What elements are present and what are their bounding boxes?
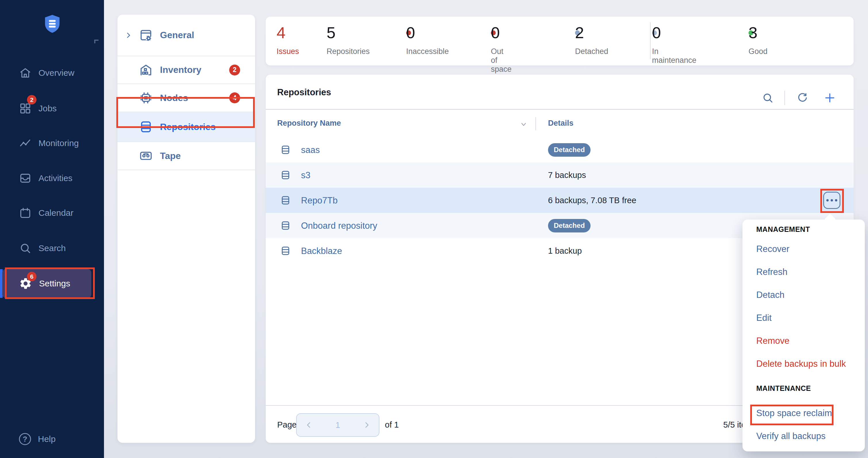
stat-value: 5 (327, 25, 370, 41)
settings-badge: 6 (27, 272, 36, 281)
stat-label: Repositories (327, 47, 370, 56)
table-row[interactable]: saas Detached (266, 137, 854, 162)
stat-value: 4 (277, 25, 299, 41)
stat-good: 3 Good (748, 17, 758, 65)
stat-inaccessible: 0 Inaccessible (406, 17, 416, 65)
table-search-icon[interactable] (762, 92, 774, 104)
stat-value: 2 (575, 25, 608, 41)
status-summary-card: 4 Issues 5 Repositories 0 Inaccessible 0… (266, 17, 854, 65)
sidebar-item-label: Activities (38, 173, 72, 183)
ellipsis-dot (831, 199, 833, 201)
sidebar-item-label: Search (38, 243, 66, 253)
menu-item-edit[interactable]: Edit (756, 313, 772, 325)
home-icon (19, 67, 32, 79)
sidebar-item-label: Help (38, 434, 56, 444)
sidebar-item-label: Monitoring (38, 138, 79, 148)
stat-label: In maintenance (652, 47, 696, 65)
row-actions-more-button[interactable] (823, 192, 840, 209)
repository-name-link[interactable]: Backblaze (301, 246, 342, 256)
app-window: Overview Jobs 2 Monitoring Activities (0, 0, 868, 458)
sidebar-item-settings[interactable]: 6 Settings (2, 269, 91, 298)
previous-page-icon[interactable] (305, 421, 313, 429)
current-page-value[interactable]: 1 (336, 420, 340, 430)
repository-name-link[interactable]: Onboard repository (301, 221, 377, 231)
menu-item-recover[interactable]: Recover (756, 244, 789, 257)
sidebar-item-calendar[interactable]: Calendar (0, 204, 104, 222)
page-label: Page (277, 420, 297, 430)
menu-item-refresh[interactable]: Refresh (756, 267, 787, 280)
sort-chevron-icon[interactable] (520, 121, 527, 128)
nav-item-label: General (160, 30, 194, 40)
ellipsis-dot (835, 199, 837, 201)
repository-stack-icon (280, 144, 291, 155)
sidebar-item-monitoring[interactable]: Monitoring (0, 134, 104, 152)
stat-value: 0 (406, 25, 449, 41)
column-header-details[interactable]: Details (548, 119, 574, 128)
pagination-control: 1 (296, 413, 379, 437)
sidebar-item-overview[interactable]: Overview (0, 64, 104, 82)
sidebar-item-help[interactable]: ? Help (0, 430, 104, 448)
page-count-label: of 1 (385, 420, 399, 430)
sidebar-item-search[interactable]: Search (0, 239, 104, 257)
sidebar-collapse-icon[interactable] (94, 40, 98, 43)
repository-details: 6 backups, 7.08 TB free (548, 196, 636, 205)
toolbar-divider (784, 91, 785, 105)
repository-name-link[interactable]: Repo7Tb (301, 195, 338, 206)
nav-item-inventory[interactable]: Inventory 2 (118, 56, 255, 84)
stat-out-of-space: 0 Out of space (491, 17, 501, 65)
next-page-icon[interactable] (363, 421, 371, 429)
card-header: Repositories (266, 75, 854, 110)
menu-item-detach[interactable]: Detach (756, 290, 784, 302)
menu-item-verify-all-backups[interactable]: Verify all backups (756, 431, 826, 444)
nav-item-general[interactable]: General (118, 14, 255, 56)
row-actions-context-menu: MANAGEMENT Recover Refresh Detach Edit R… (742, 220, 865, 451)
repository-details: 7 backups (548, 170, 586, 180)
repository-name-link[interactable]: saas (301, 145, 320, 155)
repository-name-link[interactable]: s3 (301, 170, 310, 181)
stat-value: 0 (652, 25, 696, 41)
stat-label: Good (748, 47, 768, 56)
refresh-icon[interactable] (797, 92, 809, 104)
stat-issues: 4 Issues (277, 17, 299, 65)
primary-sidebar: Overview Jobs 2 Monitoring Activities (0, 0, 104, 458)
nav-item-nodes[interactable]: Nodes 4 (118, 84, 255, 112)
column-header-name[interactable]: Repository Name (277, 119, 341, 128)
gear-icon: 6 (19, 277, 32, 290)
sidebar-item-jobs[interactable]: Jobs 2 (0, 100, 104, 118)
table-row-selected[interactable]: Repo7Tb 6 backups, 7.08 TB free (266, 188, 854, 213)
card-title: Repositories (277, 87, 331, 98)
ellipsis-dot (826, 199, 829, 201)
menu-section-management: MANAGEMENT (756, 225, 810, 234)
menu-item-stop-space-reclaim[interactable]: Stop space reclaim (756, 408, 832, 421)
sidebar-item-activities[interactable]: Activities (0, 169, 104, 187)
table-header-row: Repository Name Details (266, 110, 854, 137)
sidebar-item-label: Jobs (38, 104, 57, 113)
sidebar-item-label: Calendar (38, 208, 73, 218)
menu-item-delete-backups-in-bulk[interactable]: Delete backups in bulk (756, 359, 846, 371)
nav-item-repositories[interactable]: Repositories (118, 112, 255, 142)
stat-label: Inaccessible (406, 47, 449, 56)
nav-item-label: Nodes (160, 93, 188, 103)
table-row[interactable]: s3 7 backups (266, 162, 854, 188)
tape-cassette-icon (139, 149, 153, 163)
nav-item-tape[interactable]: Tape (118, 142, 255, 170)
calendar-icon (19, 207, 32, 219)
nav-item-label: Repositories (160, 122, 216, 132)
detached-status-badge: Detached (548, 219, 591, 232)
menu-item-remove[interactable]: Remove (756, 336, 789, 348)
column-divider (535, 117, 536, 130)
repository-stack-icon (280, 246, 291, 256)
inventory-warehouse-icon (139, 63, 153, 77)
search-icon (19, 242, 32, 255)
stat-in-maintenance: 0 In maintenance (652, 17, 662, 65)
monitoring-chart-icon (19, 137, 32, 150)
stat-value: 3 (748, 25, 768, 41)
general-window-gear-icon (139, 28, 153, 42)
add-repository-icon[interactable] (824, 92, 836, 104)
settings-nav-panel: General Inventory 2 Nodes 4 (118, 14, 255, 443)
repository-stack-icon (280, 170, 291, 181)
menu-section-maintenance: MAINTENANCE (756, 384, 811, 393)
detached-status-badge: Detached (548, 143, 591, 157)
stat-repositories: 5 Repositories (327, 17, 370, 65)
inventory-badge: 2 (229, 65, 240, 75)
